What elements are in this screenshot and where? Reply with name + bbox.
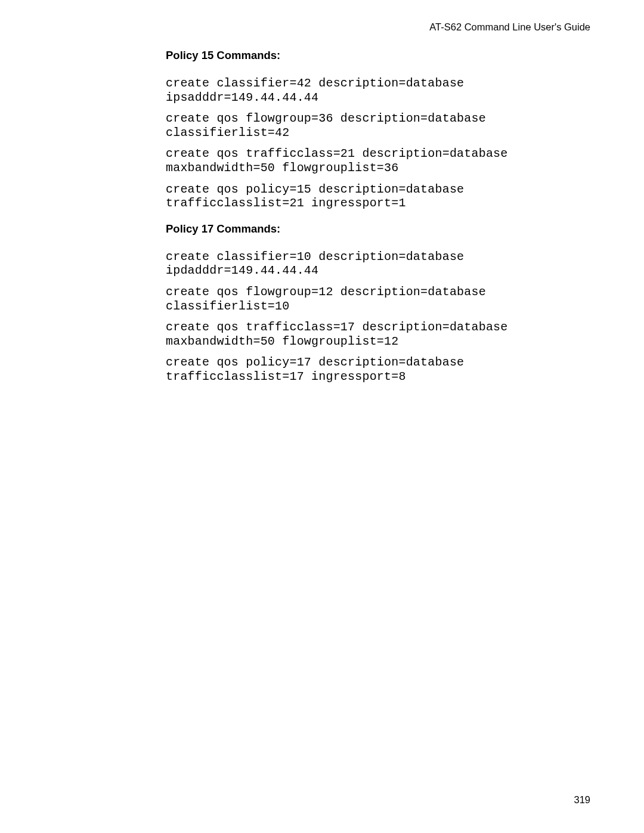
command-block: create classifier=42 description=databas… xyxy=(166,76,590,104)
command-block: create qos flowgroup=12 description=data… xyxy=(166,285,590,313)
command-block: create qos policy=15 description=databas… xyxy=(166,182,590,210)
document-page: AT-S62 Command Line User's Guide Policy … xyxy=(0,0,644,833)
main-content: Policy 15 Commands: create classifier=42… xyxy=(166,49,590,391)
section-heading-policy-15: Policy 15 Commands: xyxy=(166,49,590,62)
command-block: create qos flowgroup=36 description=data… xyxy=(166,112,590,140)
page-header-guide-title: AT-S62 Command Line User's Guide xyxy=(429,21,590,33)
command-block: create qos policy=17 description=databas… xyxy=(166,355,590,383)
command-block: create classifier=10 description=databas… xyxy=(166,250,590,278)
section-heading-policy-17: Policy 17 Commands: xyxy=(166,222,590,236)
command-block: create qos trafficclass=17 description=d… xyxy=(166,320,590,348)
page-number: 319 xyxy=(574,794,590,806)
command-block: create qos trafficclass=21 description=d… xyxy=(166,147,590,175)
